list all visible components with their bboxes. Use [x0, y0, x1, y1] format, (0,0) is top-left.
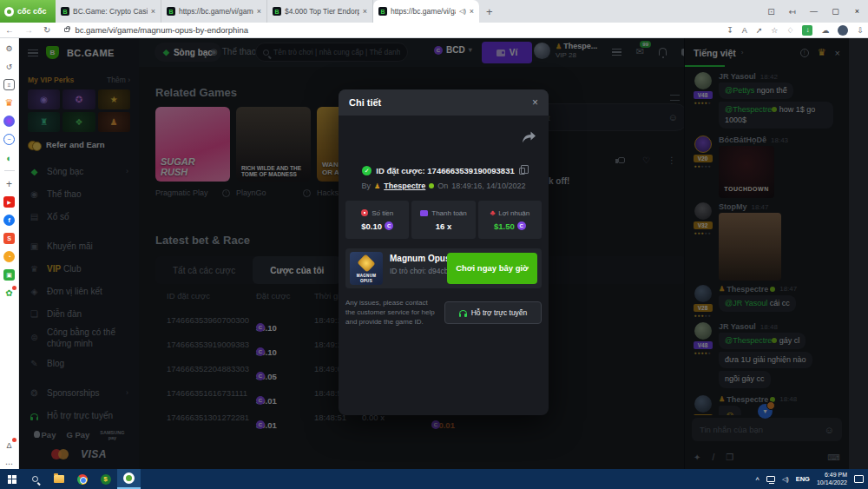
- bet-detail-modal: Chi tiết × ✓ ID đặt cược: 17466635391900…: [339, 89, 549, 415]
- verified-check-icon: ✓: [362, 166, 372, 175]
- gift-icon[interactable]: ▣: [3, 269, 15, 281]
- payout-wallet-icon: [420, 210, 428, 216]
- forward-button[interactable]: →: [24, 25, 33, 35]
- bcgame-favicon: B: [167, 7, 175, 16]
- volume-icon[interactable]: ◁): [782, 476, 789, 483]
- money-app-button[interactable]: $: [94, 469, 117, 489]
- bet-by-row: By ♟ Thespectre On 18:49:16, 14/10/2022: [339, 182, 549, 190]
- settings-gear-icon[interactable]: ⚙: [3, 43, 15, 54]
- url-text[interactable]: bc.game/vi/game/magnum-opus-by-endorphin…: [75, 25, 248, 35]
- browser-tab-4-active[interactable]: B https://bc.game/vi/game ◁) ×: [373, 0, 479, 23]
- modal-header: Chi tiết ×: [339, 89, 549, 116]
- tab-close-icon[interactable]: ×: [470, 7, 474, 16]
- content: ⚙ ↺ ≡ ♛ ~ ◐ + ▶ f S ◔ ▣ ✿ Δ ⋯ B: [0, 38, 868, 469]
- taskbar-search-button[interactable]: [23, 469, 47, 489]
- user-badge-icon: ♟: [374, 182, 380, 190]
- stat-amount: Số tiền $0.10C: [345, 201, 409, 239]
- coccoc-menu-button[interactable]: cốc cốc: [0, 0, 56, 23]
- coin-icon: C: [517, 221, 526, 230]
- window-close-button[interactable]: ×: [846, 0, 868, 23]
- facebook-icon[interactable]: f: [3, 215, 15, 226]
- browser-tab-3[interactable]: B $4.000 Top Tier Endorphina ×: [267, 0, 373, 23]
- coccoc-download-icon[interactable]: ↓: [802, 25, 812, 36]
- network-icon[interactable]: [766, 476, 775, 482]
- bcgame-favicon: B: [273, 7, 281, 16]
- tray-expand-icon[interactable]: ˄: [755, 475, 760, 483]
- modal-title: Chi tiết: [349, 97, 381, 108]
- zalo-icon[interactable]: ~: [3, 134, 15, 145]
- more-options-icon[interactable]: ⋯: [3, 458, 15, 469]
- bcgame-favicon: B: [61, 7, 69, 16]
- coccoc-side-toolbar: ⚙ ↺ ≡ ♛ ~ ◐ + ▶ f S ◔ ▣ ✿ Δ ⋯: [0, 38, 19, 469]
- coccoc-brand-label: cốc cốc: [17, 7, 47, 16]
- address-bar: ← → ↻ bc.game/vi/game/magnum-opus-by-end…: [0, 23, 868, 38]
- promo-search-icon[interactable]: ✿: [3, 287, 15, 299]
- coccoc-logo-icon: [4, 7, 14, 17]
- chip-icon: [361, 209, 368, 216]
- tab-close-icon[interactable]: ×: [257, 7, 261, 16]
- browser-tab-2[interactable]: B https://bc.game/vi/game/th ×: [161, 0, 267, 23]
- tab-title: $4.000 Top Tier Endorphina: [285, 7, 359, 16]
- browser-tab-strip: cốc cốc B BC.Game: Crypto Casino Gan × B…: [0, 0, 868, 23]
- modal-game-row: MAGNUMOPUS Magnum Opus ID trò chơi: d94c…: [345, 248, 542, 288]
- add-shortcut-icon[interactable]: +: [3, 178, 15, 189]
- browser-tab-1[interactable]: B BC.Game: Crypto Casino Gan ×: [56, 0, 161, 23]
- bet-datetime: 18:49:16, 14/10/2022: [451, 182, 525, 190]
- bet-user-link[interactable]: Thespectre: [384, 182, 425, 190]
- tab-close-icon[interactable]: ×: [363, 7, 367, 16]
- tab-audio-icon[interactable]: ◁): [459, 8, 466, 15]
- play-now-button[interactable]: Chơi ngay bây giờ: [447, 253, 537, 284]
- bet-id-text: ID đặt cược: 1746663539190093831: [376, 166, 514, 175]
- window-maximize-button[interactable]: ▢: [825, 0, 846, 23]
- action-center-icon[interactable]: [854, 475, 864, 483]
- modal-footer: Any issues, please contact the customer …: [345, 298, 542, 327]
- garena-clock-icon[interactable]: ◔: [3, 251, 15, 262]
- lock-icon[interactable]: [64, 28, 69, 32]
- tab-arrow-icon[interactable]: ↤: [789, 7, 796, 17]
- coccoc-taskbar-button[interactable]: [117, 469, 141, 489]
- sync-cloud-icon[interactable]: ☁: [821, 26, 829, 35]
- screen: cốc cốc B BC.Game: Crypto Casino Gan × B…: [0, 0, 868, 489]
- downloads-tray-icon[interactable]: ⇩: [857, 26, 864, 35]
- browser-profile-avatar[interactable]: [838, 25, 848, 36]
- save-page-icon[interactable]: ↧: [727, 26, 733, 35]
- reload-button[interactable]: ↻: [43, 25, 50, 35]
- youtube-icon[interactable]: ▶: [3, 196, 15, 208]
- headset-icon: [459, 310, 467, 315]
- chrome-button[interactable]: [70, 469, 94, 489]
- magnum-opus-thumbnail[interactable]: MAGNUMOPUS: [350, 252, 383, 285]
- language-indicator[interactable]: ENG: [796, 475, 810, 483]
- file-explorer-button[interactable]: [47, 469, 70, 489]
- shopee-icon[interactable]: S: [3, 233, 15, 244]
- tab-title: https://bc.game/vi/game/th: [179, 7, 253, 16]
- bookmark-star-icon[interactable]: ☆: [771, 26, 778, 35]
- reading-list-icon[interactable]: ≡: [3, 79, 15, 90]
- messenger-icon[interactable]: [3, 116, 15, 127]
- copy-icon[interactable]: [519, 168, 525, 175]
- frog-emoji-icon: [429, 183, 434, 188]
- gem-icon: [357, 254, 375, 272]
- share-page-icon[interactable]: ➚: [756, 26, 763, 35]
- bet-id-row: ✓ ID đặt cược: 1746663539190093831: [339, 166, 549, 175]
- history-icon[interactable]: ↺: [3, 61, 15, 72]
- tab-preview-icon[interactable]: ⊡: [767, 7, 774, 17]
- window-minimize-button[interactable]: —: [803, 0, 825, 23]
- tab-title: BC.Game: Crypto Casino Gan: [73, 7, 148, 16]
- new-tab-button[interactable]: +: [486, 5, 493, 18]
- notifications-bell-icon[interactable]: Δ: [3, 439, 15, 451]
- vip-crown-icon[interactable]: ♛: [3, 97, 15, 109]
- adblock-shield-icon[interactable]: ♢: [786, 26, 793, 35]
- back-button[interactable]: ←: [5, 25, 14, 35]
- share-icon[interactable]: [522, 131, 536, 148]
- modal-close-icon[interactable]: ×: [532, 96, 538, 109]
- stat-payout: Thanh toán 16 x: [411, 201, 475, 239]
- clock[interactable]: 6:49 PM10/14/2022: [817, 472, 847, 487]
- live-support-button[interactable]: Hỗ trợ trực tuyến: [444, 301, 542, 324]
- windows-taskbar: $ ˄ ◁) ENG 6:49 PM10/14/2022: [0, 469, 868, 489]
- club-suit-icon: ♣: [490, 209, 495, 216]
- tab-close-icon[interactable]: ×: [151, 7, 155, 16]
- coin-icon: C: [385, 221, 393, 230]
- bet-stats: Số tiền $0.10C Thanh toán 16 x ♣Lợi nhuậ…: [345, 201, 542, 239]
- start-button[interactable]: [0, 469, 23, 489]
- games-gamepad-icon[interactable]: ◐: [3, 152, 15, 163]
